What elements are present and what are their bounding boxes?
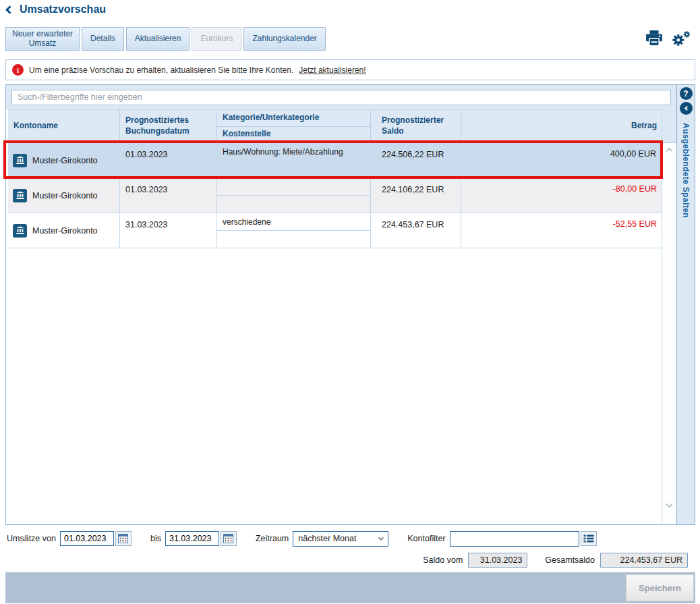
bank-icon xyxy=(13,224,27,238)
from-label: Umsätze von xyxy=(7,534,56,543)
umsatzvorschau-screen: Umsatzvorschau Neuer erwarteter Umsatz D… xyxy=(0,0,700,604)
account-filter-input[interactable] xyxy=(450,531,579,547)
table-content: Kontoname Prognostiziertes Buchungsdatum… xyxy=(6,85,676,524)
table-header: Kontoname Prognostiziertes Buchungsdatum… xyxy=(8,109,662,143)
category-value: Haus/Wohnung: Miete/Abzahlung xyxy=(217,143,370,161)
new-expected-transaction-button[interactable]: Neuer erwarteter Umsatz xyxy=(5,27,80,51)
from-date-input[interactable] xyxy=(60,531,114,546)
hidden-columns-label: Ausgeblendete Spalten xyxy=(681,123,691,218)
amount-value: 400,00 EUR xyxy=(461,143,662,177)
category-value xyxy=(217,178,370,196)
account-name: Muster-Girokonto xyxy=(32,191,98,200)
forecast-panel: Kontoname Prognostiziertes Buchungsdatum… xyxy=(5,84,695,525)
table-row[interactable]: Muster-Girokonto 01.03.2023 224.106,22 E… xyxy=(8,178,662,213)
scroll-down-icon[interactable] xyxy=(666,501,673,508)
filter-bar: Umsätze von bis xyxy=(7,530,597,547)
footer-bar: Speichern xyxy=(5,572,695,603)
details-button[interactable]: Details xyxy=(82,27,124,51)
scrollbar-header-spacer xyxy=(662,109,676,143)
bank-icon xyxy=(13,189,27,202)
gesamtsaldo-label: Gesamtsaldo xyxy=(545,555,595,565)
bank-icon xyxy=(13,154,27,167)
chevron-down-icon xyxy=(378,534,384,540)
page-header: Umsatzvorschau xyxy=(7,3,106,16)
to-date-input[interactable] xyxy=(165,531,219,546)
amount-value: -52,55 EUR xyxy=(461,213,662,248)
cost-center-value xyxy=(217,196,370,213)
account-name: Muster-Girokonto xyxy=(32,156,98,165)
printer-icon[interactable] xyxy=(645,30,663,47)
to-calendar-icon[interactable] xyxy=(221,531,237,546)
scroll-up-icon[interactable] xyxy=(666,148,673,155)
table-scrollbar[interactable] xyxy=(662,109,676,524)
forecast-table: Kontoname Prognostiziertes Buchungsdatum… xyxy=(6,109,662,524)
update-notice-bar: i Um eine präzise Vorschau zu erhalten, … xyxy=(5,59,695,80)
collapse-panel-icon[interactable] xyxy=(680,102,693,115)
search-row xyxy=(6,85,676,109)
category-value: verschiedene xyxy=(217,213,370,231)
forecast-saldo: 224.453,67 EUR xyxy=(371,213,461,248)
to-label: bis xyxy=(150,534,161,543)
table-row[interactable]: Muster-Girokonto 31.03.2023 verschiedene… xyxy=(8,213,662,248)
account-name: Muster-Girokonto xyxy=(32,226,98,236)
cost-center-value xyxy=(217,161,370,177)
save-button[interactable]: Speichern xyxy=(626,574,694,601)
page-title: Umsatzvorschau xyxy=(20,3,106,16)
info-circle-icon: i xyxy=(12,64,24,76)
period-label: Zeitraum xyxy=(256,534,289,543)
account-filter-label: Kontofilter xyxy=(407,534,445,543)
column-header-kontoname[interactable]: Kontoname xyxy=(8,110,120,142)
period-select[interactable]: nächster Monat xyxy=(293,531,388,547)
settings-gears-icon[interactable] xyxy=(671,30,691,47)
cost-center-value xyxy=(217,231,370,248)
saldo-vom-label: Saldo vom xyxy=(423,555,463,565)
summary-bar: Saldo vom 31.03.2023 Gesamtsaldo 224.453… xyxy=(405,552,688,568)
booking-date: 01.03.2023 xyxy=(120,178,217,213)
forecast-saldo: 224.106,22 EUR xyxy=(371,178,461,213)
payment-calendar-button[interactable]: Zahlungskalender xyxy=(243,27,325,51)
table-area: Kontoname Prognostiziertes Buchungsdatum… xyxy=(6,109,676,524)
column-header-betrag[interactable]: Betrag xyxy=(461,110,662,142)
chevron-left-icon xyxy=(684,106,689,111)
booking-date: 01.03.2023 xyxy=(120,143,217,177)
hidden-columns-sidebar: ? Ausgeblendete Spalten xyxy=(676,85,695,524)
toolbar-right-icons xyxy=(645,30,691,47)
eurokurs-button[interactable]: Eurokurs xyxy=(192,27,241,51)
column-header-prognostizierter-saldo[interactable]: Prognostizierter Saldo xyxy=(371,110,461,142)
period-selected-value: nächster Monat xyxy=(298,534,356,543)
toolbar: Neuer erwarteter Umsatz Details Aktualis… xyxy=(5,27,326,51)
search-input[interactable] xyxy=(11,90,671,105)
from-calendar-icon[interactable] xyxy=(115,531,132,546)
saldo-date-field: 31.03.2023 xyxy=(468,553,527,568)
column-header-kategorie-kostenstelle[interactable]: Kategorie/Unterkategorie Kostenstelle xyxy=(217,110,371,142)
refresh-button[interactable]: Aktualisieren xyxy=(126,27,190,51)
back-icon[interactable] xyxy=(5,5,14,14)
update-now-link[interactable]: Jetzt aktualisieren! xyxy=(299,65,366,75)
help-icon[interactable]: ? xyxy=(680,87,693,100)
column-header-buchungsdatum[interactable]: Prognostiziertes Buchungsdatum xyxy=(120,110,217,142)
notice-text: Um eine präzise Vorschau zu erhalten, ak… xyxy=(29,65,293,75)
table-empty-space xyxy=(8,248,662,524)
forecast-saldo: 224.506,22 EUR xyxy=(371,143,461,177)
booking-date: 31.03.2023 xyxy=(120,213,217,248)
total-saldo-field: 224.453,67 EUR xyxy=(600,553,688,568)
amount-value: -80,00 EUR xyxy=(461,178,662,213)
account-list-icon[interactable] xyxy=(581,531,597,546)
table-row[interactable]: Muster-Girokonto 01.03.2023 Haus/Wohnung… xyxy=(8,143,662,178)
